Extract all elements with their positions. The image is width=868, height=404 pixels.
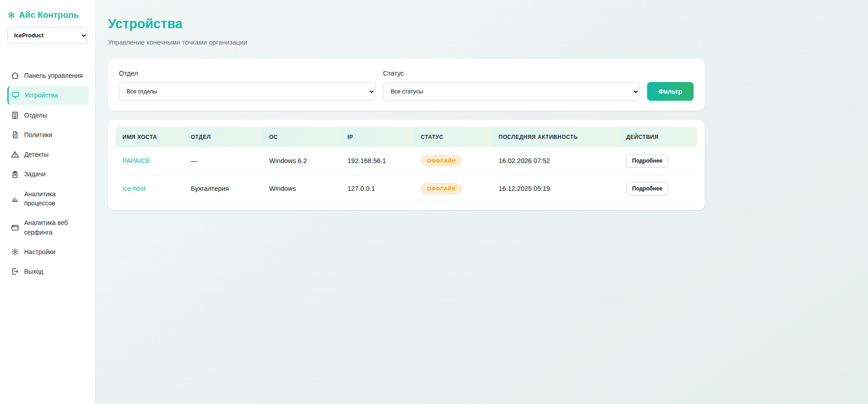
table-row: PAPAICE — Windows 6.2 192.168.56.1 ОФФЛА… (115, 147, 697, 175)
department-filter-field: Отдел Все отделы (119, 70, 376, 101)
logout-icon (11, 267, 19, 276)
status-filter-select[interactable]: Все статусы (383, 82, 640, 101)
last-activity-cell: 16.02.2026 07:52 (491, 147, 619, 175)
devices-table-panel: ИМЯ ХОСТА ОТДЕЛ ОС IP СТАТУС ПОСЛЕДНЯЯ А… (108, 120, 705, 210)
product-selector[interactable]: IceProduct (7, 27, 88, 44)
col-header-os: ОС (262, 127, 340, 147)
sidebar-item-label: Выход (24, 267, 43, 276)
filters-panel: Отдел Все отделы Статус Все статусы Филь… (108, 59, 705, 111)
sidebar: ❄ Айс Контроль IceProduct Панель управле… (0, 0, 96, 404)
host-link[interactable]: PAPAICE (123, 157, 150, 164)
sidebar-item-tasks[interactable]: Задачи (7, 165, 89, 183)
browser-icon (11, 224, 19, 232)
sidebar-item-process-analytics[interactable]: Аналитика процессов (7, 185, 89, 213)
alert-triangle-icon (11, 150, 19, 159)
department-cell: — (184, 147, 262, 175)
department-filter-select[interactable]: Все отделы (119, 82, 376, 101)
page-title: Устройства (108, 16, 852, 31)
department-filter-label: Отдел (119, 70, 376, 77)
ip-cell: 192.168.56.1 (340, 147, 414, 175)
sidebar-item-policies[interactable]: Политики (7, 126, 89, 144)
last-activity-cell: 16.12.2025 05:19 (491, 175, 619, 203)
sidebar-item-label: Устройства (25, 91, 58, 100)
sidebar-item-logout[interactable]: Выход (7, 262, 89, 281)
table-header-row: ИМЯ ХОСТА ОТДЕЛ ОС IP СТАТУС ПОСЛЕДНЯЯ А… (115, 127, 697, 147)
sidebar-item-label: Аналитика процессов (24, 189, 85, 208)
snowflake-icon: ❄ (7, 10, 15, 20)
sidebar-item-label: Детекты (24, 150, 49, 159)
app-logo: ❄ Айс Контроль (0, 9, 95, 27)
status-filter-label: Статус (383, 70, 640, 77)
sidebar-item-detects[interactable]: Детекты (7, 145, 89, 164)
sidebar-item-label: Отделы (24, 111, 47, 120)
host-link[interactable]: ice-host (123, 185, 146, 192)
app-title: Айс Контроль (19, 10, 79, 20)
sidebar-item-label: Панель управления (24, 71, 83, 80)
table-row: ice-host Бухгалтерия Windows 127.0.0.1 О… (115, 175, 697, 203)
status-badge: ОФФЛАЙН (421, 155, 462, 166)
document-icon (11, 131, 19, 139)
col-header-department: ОТДЕЛ (184, 127, 262, 147)
sidebar-item-label: Задачи (24, 169, 46, 179)
bar-chart-icon (11, 194, 19, 203)
filter-button[interactable]: Фильтр (647, 82, 694, 101)
home-icon (11, 72, 19, 80)
sidebar-menu: Панель управления Устройства Отделы Поли… (0, 66, 95, 281)
col-header-actions: ДЕЙСТВИЯ (619, 127, 697, 147)
col-header-ip: IP (340, 127, 414, 147)
col-header-status: СТАТУС (414, 127, 491, 147)
gear-icon (11, 248, 19, 256)
monitor-icon (11, 91, 20, 99)
details-button[interactable]: Подробнее (626, 154, 668, 168)
col-header-host: ИМЯ ХОСТА (115, 127, 184, 147)
department-cell: Бухгалтерия (184, 175, 262, 203)
details-button[interactable]: Подробнее (626, 182, 668, 195)
devices-table: ИМЯ ХОСТА ОТДЕЛ ОС IP СТАТУС ПОСЛЕДНЯЯ А… (115, 127, 697, 203)
os-cell: Windows (262, 175, 340, 203)
sidebar-item-devices[interactable]: Устройства (7, 86, 89, 104)
sidebar-item-web-analytics[interactable]: Аналитика веб серфинга (7, 214, 89, 241)
ip-cell: 127.0.0.1 (340, 175, 414, 203)
col-header-last-activity: ПОСЛЕДНЯЯ АКТИВНОСТЬ (491, 127, 619, 147)
status-filter-field: Статус Все статусы (383, 70, 640, 101)
os-cell: Windows 6.2 (262, 147, 340, 175)
app-root: ❄ Айс Контроль IceProduct Панель управле… (0, 0, 868, 404)
main-content: Устройства Управление конечными точками … (96, 0, 868, 404)
page-subtitle: Управление конечными точками организации (108, 39, 852, 46)
sidebar-item-label: Настройки (24, 247, 56, 256)
sidebar-item-dashboard[interactable]: Панель управления (7, 66, 89, 85)
sidebar-item-settings[interactable]: Настройки (7, 243, 89, 261)
building-icon (11, 111, 19, 119)
sidebar-item-departments[interactable]: Отделы (7, 106, 89, 124)
clipboard-icon (11, 170, 19, 179)
status-badge: ОФФЛАЙН (421, 183, 462, 194)
sidebar-item-label: Политики (24, 130, 52, 139)
sidebar-item-label: Аналитика веб серфинга (24, 218, 85, 237)
